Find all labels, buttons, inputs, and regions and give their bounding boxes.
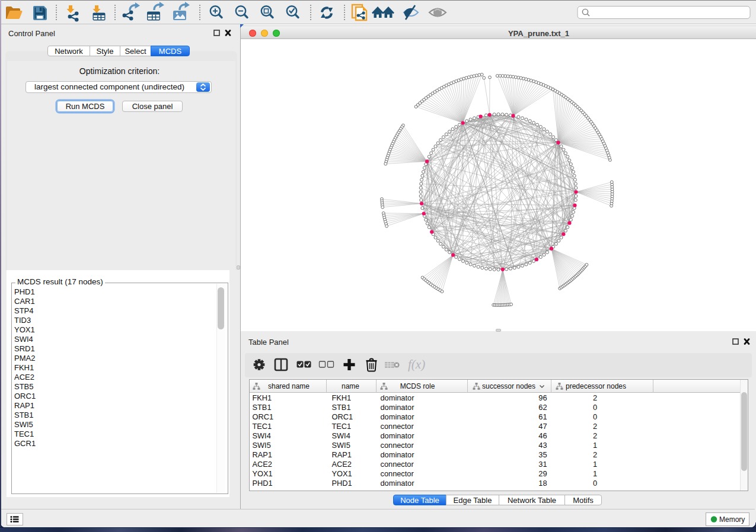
svg-text:f(x): f(x) <box>408 357 425 371</box>
svg-text:Memory: Memory <box>719 515 745 524</box>
